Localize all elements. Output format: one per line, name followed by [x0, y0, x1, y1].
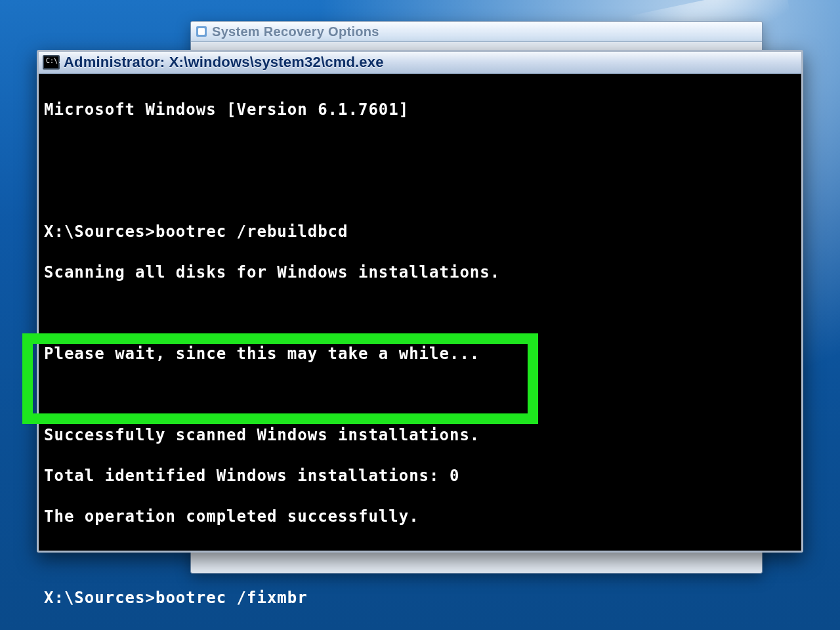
terminal-line: Successfully scanned Windows installatio… [44, 425, 796, 446]
system-recovery-icon [196, 26, 207, 37]
cmd-titlebar[interactable]: C:\. Administrator: X:\windows\system32\… [39, 52, 801, 74]
terminal-blank [44, 547, 796, 568]
terminal-line: X:\Sources>bootrec /fixmbr [44, 588, 796, 608]
system-recovery-title: System Recovery Options [212, 24, 379, 39]
terminal-line: Please wait, since this may take a while… [44, 344, 796, 364]
terminal-blank [44, 181, 796, 201]
terminal-blank [44, 303, 796, 324]
cmd-title: Administrator: X:\windows\system32\cmd.e… [64, 54, 384, 71]
terminal-line: Scanning all disks for Windows installat… [44, 262, 796, 283]
terminal-line: Total identified Windows installations: … [44, 466, 796, 486]
terminal-line: X:\Sources>bootrec /rebuildbcd [44, 222, 796, 242]
cmd-icon: C:\. [43, 55, 60, 70]
terminal-output[interactable]: Microsoft Windows [Version 6.1.7601] X:\… [39, 74, 801, 630]
cmd-window: C:\. Administrator: X:\windows\system32\… [37, 50, 803, 553]
system-recovery-titlebar[interactable]: System Recovery Options [191, 22, 762, 42]
terminal-line: Microsoft Windows [Version 6.1.7601] [44, 100, 796, 120]
terminal-blank [44, 140, 796, 161]
terminal-blank [44, 385, 796, 405]
terminal-line: The operation completed successfully. [44, 507, 796, 527]
